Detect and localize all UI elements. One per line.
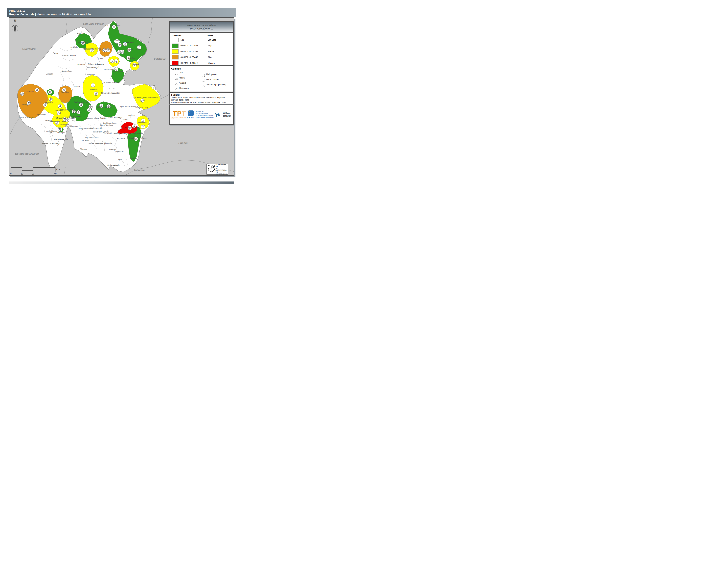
ciesas-line: Y ESTUDIOS SUPERIORES bbox=[196, 115, 215, 117]
cultivo-otros-cultivos: Otros cultivos bbox=[199, 77, 226, 82]
cultivo-label: Maíz grano bbox=[206, 73, 217, 75]
municipality-label-pacula: Pacula bbox=[53, 52, 58, 54]
cafe-icon bbox=[173, 70, 178, 75]
cultivo-chile-verde: Chile verde bbox=[171, 85, 199, 91]
maiz-icon bbox=[58, 104, 62, 108]
maiz-icon bbox=[76, 110, 80, 114]
municipality-label-huejutla-de-reyes: Huejutla de Reyes bbox=[121, 42, 134, 43]
fuente-line: -Sistema de Información Agropecuaria y P… bbox=[171, 101, 231, 104]
page-subtitle: Proporción de trabajadores menores de 18… bbox=[9, 13, 236, 16]
chile-icon bbox=[173, 86, 178, 90]
state-label-puebla: Puebla bbox=[178, 141, 188, 144]
swatch-medio bbox=[172, 49, 179, 54]
cultivo-label: Café bbox=[179, 71, 183, 74]
municipality-label-el-arenal: El Arenal bbox=[86, 118, 93, 119]
municipality-label-zimapan: Zimapán bbox=[46, 73, 53, 75]
tpt-letter: P bbox=[177, 110, 182, 117]
naranja-icon bbox=[173, 81, 178, 85]
cafe-icon bbox=[140, 98, 144, 102]
maiz-icon bbox=[94, 92, 98, 95]
municipality-label-alfajayucan: Alfajayucan bbox=[45, 102, 53, 104]
jornaleros-line: JORNALEROS EN bbox=[216, 163, 227, 167]
municipality-label-ajacuba: Ajacuba bbox=[72, 126, 78, 127]
title-bar: HIDALGO Proporción de trabajadores menor… bbox=[7, 8, 236, 17]
municipality-label-santiago-tulantepec-de-lugo-guerrero: Santiago Tulantepec de Lugo Guerrero bbox=[114, 133, 143, 135]
cultivo-label: Otros cultivos bbox=[206, 78, 219, 81]
jornaleros-line: DE EXPORTACIÓN bbox=[216, 171, 227, 175]
legend-level: Bajo bbox=[208, 44, 212, 47]
municipality-label-huehuetla: Huehuetla bbox=[150, 97, 158, 98]
municipality-label-metepec: Metepec bbox=[128, 115, 135, 117]
maiz-icon bbox=[49, 97, 53, 101]
municipality-label-almoloya: Almoloya bbox=[130, 157, 137, 159]
municipality-label-tula-de-allende: Tula de Allende bbox=[45, 131, 57, 133]
ciesas-line: EN ANTROPOLOGÍA SOCIAL bbox=[196, 117, 215, 119]
municipality-label-lolotla: Lolotla bbox=[98, 58, 103, 59]
municipality-label-mineral-del-chico: Mineral del Chico bbox=[94, 117, 107, 119]
legend-level: Alto bbox=[208, 56, 211, 58]
municipality-label-jacala-de-ledezma: Jacala de Ledezma bbox=[61, 55, 76, 56]
svg-text:N: N bbox=[14, 19, 16, 22]
municipality-label-huautla: Huautla bbox=[136, 49, 142, 51]
swatch-maximo bbox=[172, 61, 179, 65]
otros-cultivos-icon bbox=[200, 77, 205, 82]
municipality-label-atitalaquia: Atitalaquia bbox=[57, 132, 65, 134]
tpt-subtitle: EVALUACIÓN Y PROYECTOS S.C. bbox=[172, 117, 187, 119]
cultivo-label: Chile verde bbox=[179, 87, 189, 89]
fuente-panel: Fuente: -Elaboración propia con microdat… bbox=[169, 92, 234, 104]
municipality-label-zempoala: Zempoala bbox=[104, 142, 112, 144]
municipality-label-acatlan: Acatlán bbox=[122, 118, 128, 120]
jornaleros-line: LA AGRICULTURA bbox=[216, 167, 227, 171]
municipality-label-tlanchinol: Tlanchinol bbox=[103, 48, 111, 50]
cultivo-maiz-grano: Maíz grano bbox=[199, 72, 226, 77]
municipality-label-singuilucan: Singuilucan bbox=[117, 138, 125, 139]
municipality-label-tizayuca: Tizayuca bbox=[80, 148, 87, 150]
municipality-label-chapulhuacan: Chapulhuacán bbox=[78, 41, 89, 43]
scale-tick: 20 bbox=[32, 172, 34, 175]
fuente-line: -Elaboración propia con microdatos del c… bbox=[171, 96, 231, 99]
municipality-label-tepeji-del-rio-de-ocampo: Tepeji del Río de Ocampo bbox=[41, 143, 60, 145]
wilson-w: W bbox=[215, 111, 221, 118]
municipality-label-tecozautla: Tecozautla bbox=[26, 91, 34, 93]
swatch-bajo bbox=[172, 44, 179, 48]
municipality-label-pachuca-de-soto: Pachuca de Soto bbox=[90, 127, 103, 129]
municipality-label-jaltocan: Jaltocán bbox=[114, 40, 120, 42]
legend-col-nivel: Nivel bbox=[207, 34, 213, 37]
municipality-label-pisaflores: Pisaflores bbox=[77, 33, 84, 34]
fuente-title: Fuente: bbox=[171, 94, 180, 96]
state-label-san-luis-potosi: San Luis Potosí bbox=[83, 22, 104, 25]
maiz-icon bbox=[118, 43, 122, 47]
scale-unit: Km bbox=[56, 168, 60, 171]
wilson-line: Center bbox=[223, 115, 231, 117]
legend-level: Sin Dato bbox=[208, 39, 216, 41]
bottom-gradient-strip bbox=[9, 181, 234, 184]
otros-icon bbox=[91, 83, 95, 87]
legend-row-maximo: 0.07443 - 0.18517 Máximo bbox=[170, 60, 233, 66]
logos-panel: TPT EVALUACIÓN Y PROYECTOS S.C. ☝⚒ CIESA… bbox=[169, 104, 234, 125]
municipality-label-villa-de-tezontepec: Villa de Tezontepec bbox=[89, 143, 103, 145]
municipality-label-atotonilco-de-tula: Atotonilco de Tula bbox=[54, 138, 68, 140]
municipality-label-tolcayuca: Tolcayuca bbox=[82, 140, 89, 141]
legend-level: Medio bbox=[208, 50, 214, 53]
municipality-label-mixquiahuala-de-juarez: Mixquiahuala de Juárez bbox=[56, 117, 74, 119]
tomate-icon bbox=[200, 82, 205, 87]
ciesas-logo: ☝⚒ CIESAS CENTRO DE INVESTIGACIONES Y ES… bbox=[187, 110, 215, 119]
legend-range: 0.07443 - 0.18517 bbox=[181, 62, 208, 64]
alfalfa-icon bbox=[173, 75, 178, 80]
jornaleros-field-icon bbox=[207, 164, 216, 174]
legend-header: MENORES DE 18 AÑOS PROPORCIÓN 0- 1 bbox=[170, 22, 233, 33]
municipality-label-huasca-de-ocampo: Huasca de Ocampo bbox=[108, 117, 122, 119]
municipality-label-tianguistengo: Tianguistengo bbox=[113, 70, 123, 72]
municipality-label-tlanalapa: Tlanalapa bbox=[109, 149, 116, 151]
alfalfa-icon bbox=[35, 88, 39, 92]
state-label-estado-de-mexico: Estado de México bbox=[15, 152, 39, 155]
cafe-icon bbox=[152, 85, 156, 89]
municipality-label-huichapan: Huichapan bbox=[22, 104, 30, 106]
municipality-label-atotonilco-el-grande: Atotonilco el Grande bbox=[97, 106, 112, 108]
north-arrow: N bbox=[10, 19, 20, 32]
tpt-logo: TPT EVALUACIÓN Y PROYECTOS S.C. bbox=[172, 111, 187, 119]
municipality-label-emiliano-zapata: Emiliano Zapata bbox=[108, 164, 120, 166]
state-label-tlaxcala: Tlaxcala bbox=[134, 168, 145, 172]
cultivo-label: Tomate rojo (jitomate) bbox=[206, 83, 226, 86]
legend-panel: MENORES DE 18 AÑOS PROPORCIÓN 0- 1 Cuart… bbox=[169, 21, 234, 66]
